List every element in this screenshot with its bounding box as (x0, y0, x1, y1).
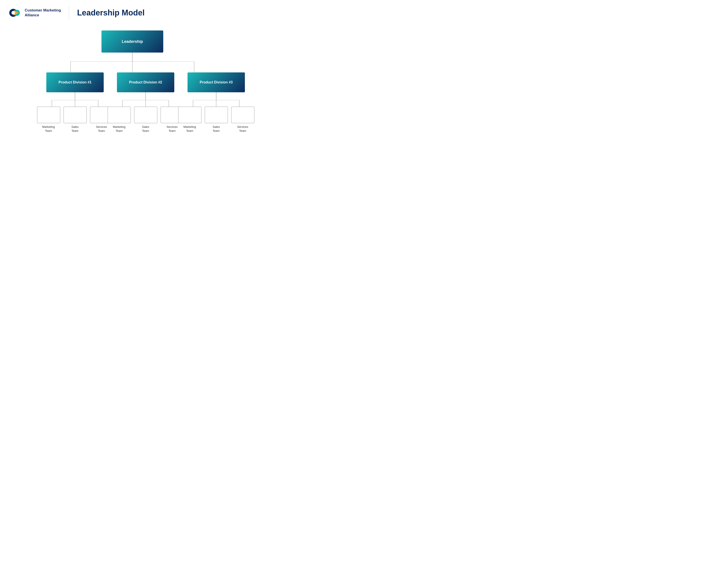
div1-team-2-box (64, 107, 87, 123)
division-2-node: Product Division #2 (117, 72, 174, 92)
page-title: Leadership Model (77, 8, 144, 17)
div3-team-branch (182, 100, 250, 107)
div2-team-1: MarketingTeam (108, 107, 131, 133)
org-chart: Leadership Product Division #1 (0, 24, 265, 146)
header-divider (69, 6, 69, 19)
div2-down-connector (145, 92, 146, 100)
division-1-node: Product Division #1 (46, 72, 104, 92)
div2-team-branch (111, 100, 180, 107)
div2-team-2: SalesTeam (134, 107, 157, 133)
div1-team-3-label: ServicesTeam (96, 125, 107, 133)
div1-team-2: SalesTeam (64, 107, 87, 133)
division-3-node: Product Division #3 (188, 72, 245, 92)
div3-team-1: MarketingTeam (178, 107, 201, 133)
logo-icon (9, 7, 22, 19)
svg-point-3 (11, 11, 15, 15)
division-1-col: Product Division #1 MarketingTeam Sales (40, 72, 110, 133)
division-2-col: Product Division #2 MarketingTeam SalesT… (110, 72, 181, 133)
div1-teams: MarketingTeam SalesTeam ServicesTeam (40, 107, 110, 133)
div2-teams: MarketingTeam SalesTeam ServicesTeam (110, 107, 181, 133)
div3-team-1-label: MarketingTeam (183, 125, 196, 133)
div2-team-3-label: ServicesTeam (167, 125, 178, 133)
div3-team-3: ServicesTeam (231, 107, 254, 133)
div3-down-connector (216, 92, 216, 100)
div2-team-2-box (134, 107, 157, 123)
div3-team-2-label: SalesTeam (213, 125, 220, 133)
root-down-connector (132, 53, 133, 61)
branch-connector-level2 (40, 61, 225, 72)
divisions-row: Product Division #1 MarketingTeam Sales (40, 72, 225, 133)
div3-team-2: SalesTeam (205, 107, 228, 133)
div1-down-connector (75, 92, 75, 100)
div1-team-2-label: SalesTeam (71, 125, 79, 133)
leadership-node: Leadership (101, 30, 163, 53)
div3-team-3-box (231, 107, 254, 123)
div1-team-1-box (37, 107, 60, 123)
div2-team-1-box (108, 107, 131, 123)
div3-team-3-label: ServicesTeam (237, 125, 248, 133)
leadership-level: Leadership (101, 30, 163, 61)
div2-team-2-label: SalesTeam (142, 125, 149, 133)
div3-team-2-box (205, 107, 228, 123)
division-3-col: Product Division #3 MarketingTeam SalesT… (181, 72, 251, 133)
logo-text: Customer Marketing Alliance (25, 8, 61, 18)
div2-team-1-label: MarketingTeam (113, 125, 125, 133)
div1-team-1-label: MarketingTeam (42, 125, 55, 133)
page-header: Customer Marketing Alliance Leadership M… (0, 0, 265, 24)
div1-team-1: MarketingTeam (37, 107, 60, 133)
div3-teams: MarketingTeam SalesTeam ServicesTeam (181, 107, 251, 133)
div3-team-1-box (178, 107, 201, 123)
logo-area: Customer Marketing Alliance (9, 7, 61, 19)
div1-team-branch (41, 100, 109, 107)
